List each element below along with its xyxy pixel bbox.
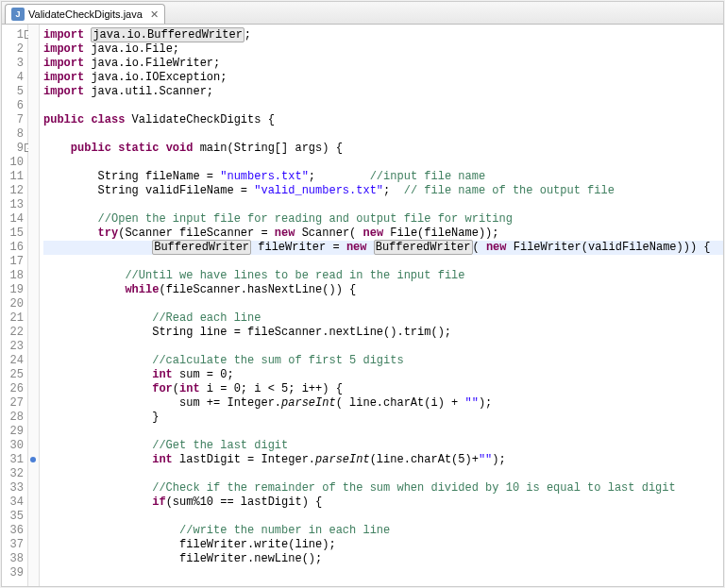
line-number: 8 — [2, 127, 24, 142]
line-number: 28 — [2, 411, 24, 425]
code-line[interactable]: //calculate the sum of first 5 digits — [43, 354, 723, 368]
line-number: 19 — [2, 283, 24, 297]
code-line[interactable]: fileWriter.newLine(); — [43, 552, 723, 566]
line-number: 21 — [2, 311, 24, 326]
code-line[interactable] — [43, 297, 723, 311]
line-number: 18 — [2, 269, 24, 283]
code-line[interactable]: //Check if the remainder of the sum when… — [43, 481, 723, 496]
code-line[interactable]: public static void main(String[] args) { — [43, 142, 723, 156]
code-line[interactable] — [43, 127, 723, 142]
code-line[interactable]: for(int i = 0; i < 5; i++) { — [43, 382, 723, 396]
code-line[interactable]: //Read each line — [43, 311, 723, 326]
code-line[interactable]: //write the number in each line — [43, 524, 723, 538]
tab-title: ValidateCheckDigits.java — [28, 8, 143, 20]
code-line[interactable]: sum += Integer.parseInt( line.charAt(i) … — [43, 396, 723, 411]
code-line[interactable]: String validFileName = "valid_numbers.tx… — [43, 184, 723, 198]
line-number: 22 — [2, 326, 24, 340]
line-number: 35 — [2, 510, 24, 524]
line-number: 4 — [2, 71, 24, 85]
line-number: 13 — [2, 198, 24, 212]
line-number: 34 — [2, 496, 24, 510]
line-number: 5 — [2, 85, 24, 99]
line-number: 12 — [2, 184, 24, 198]
code-line[interactable] — [43, 566, 723, 580]
code-line[interactable]: //Until we have lines to be read in the … — [43, 269, 723, 283]
code-line[interactable]: String fileName = "numbers.txt"; //input… — [43, 170, 723, 184]
line-number: 27 — [2, 396, 24, 411]
line-number: 1- — [2, 28, 24, 42]
line-number: 10 — [2, 156, 24, 170]
line-number: 11 — [2, 170, 24, 184]
code-line[interactable]: String line = fileScanner.nextLine().tri… — [43, 326, 723, 340]
line-number: 6 — [2, 99, 24, 113]
line-number: 29 — [2, 425, 24, 439]
code-line[interactable]: import java.io.File; — [43, 42, 723, 57]
java-file-icon: J — [11, 8, 25, 21]
code-line[interactable] — [43, 198, 723, 212]
line-number: 17 — [2, 255, 24, 269]
line-number: 25 — [2, 368, 24, 382]
code-line[interactable]: import java.io.IOException; — [43, 71, 723, 85]
code-line[interactable] — [43, 99, 723, 113]
marker-ruler — [28, 25, 40, 586]
line-number: 32 — [2, 467, 24, 481]
line-number: 39 — [2, 566, 24, 580]
code-line[interactable]: import java.io.BufferedWriter; — [43, 28, 723, 42]
line-number: 14 — [2, 212, 24, 227]
line-number: 23 — [2, 340, 24, 354]
file-tab[interactable]: J ValidateCheckDigits.java ✕ — [5, 4, 165, 24]
code-line[interactable]: try(Scanner fileScanner = new Scanner( n… — [43, 227, 723, 241]
code-line[interactable]: //Open the input file for reading and ou… — [43, 212, 723, 227]
line-number: 3 — [2, 57, 24, 71]
line-number: 38 — [2, 552, 24, 566]
code-line[interactable] — [43, 510, 723, 524]
code-text-area[interactable]: import java.io.BufferedWriter;import jav… — [40, 25, 723, 586]
line-number: 2 — [2, 42, 24, 57]
code-line[interactable]: import java.io.FileWriter; — [43, 57, 723, 71]
line-number: 9- — [2, 142, 24, 156]
line-number-gutter: 1-23456789-10111213141516171819202122232… — [2, 25, 28, 586]
code-line[interactable] — [43, 425, 723, 439]
code-line[interactable] — [43, 255, 723, 269]
code-line[interactable]: //Get the last digit — [43, 439, 723, 453]
line-number: 37 — [2, 538, 24, 552]
code-line[interactable]: } — [43, 411, 723, 425]
line-number: 31 — [2, 453, 24, 467]
code-line[interactable] — [43, 467, 723, 481]
line-number: 15 — [2, 227, 24, 241]
line-number: 30 — [2, 439, 24, 453]
editor-container: J ValidateCheckDigits.java ✕ 1-23456789-… — [1, 1, 724, 587]
line-number: 16 — [2, 241, 24, 255]
code-line[interactable]: import java.util.Scanner; — [43, 85, 723, 99]
marker-icon[interactable] — [30, 457, 36, 462]
code-line[interactable] — [43, 340, 723, 354]
line-number: 7 — [2, 113, 24, 127]
line-number: 24 — [2, 354, 24, 368]
code-line[interactable]: public class ValidateCheckDigits { — [43, 113, 723, 127]
code-line[interactable] — [43, 156, 723, 170]
line-number: 20 — [2, 297, 24, 311]
code-line[interactable]: int lastDigit = Integer.parseInt(line.ch… — [43, 453, 723, 467]
code-area: 1-23456789-10111213141516171819202122232… — [2, 25, 723, 586]
code-line[interactable]: if(sum%10 == lastDigit) { — [43, 496, 723, 510]
code-line[interactable]: fileWriter.write(line); — [43, 538, 723, 552]
tab-bar: J ValidateCheckDigits.java ✕ — [2, 2, 723, 25]
code-line[interactable]: int sum = 0; — [43, 368, 723, 382]
code-line[interactable]: while(fileScanner.hasNextLine()) { — [43, 283, 723, 297]
line-number: 33 — [2, 481, 24, 496]
line-number: 26 — [2, 382, 24, 396]
line-number: 36 — [2, 524, 24, 538]
close-icon[interactable]: ✕ — [146, 8, 159, 21]
code-line[interactable]: BufferedWriter fileWriter = new Buffered… — [43, 241, 723, 255]
